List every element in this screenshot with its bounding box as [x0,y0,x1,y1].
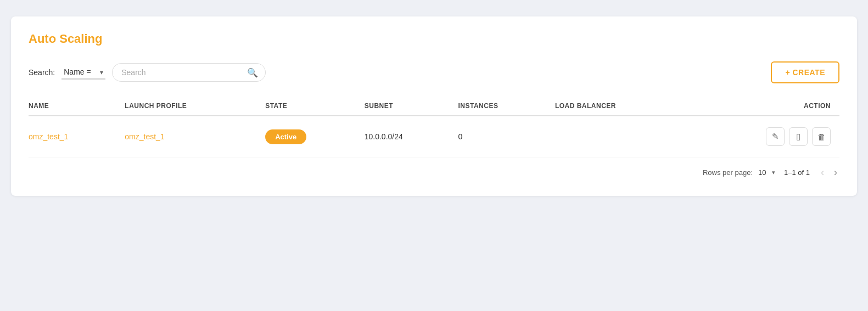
copy-button[interactable]: ▯ [789,127,808,146]
table-row: omz_test_1 omz_test_1 Active 10.0.0.0/24… [29,116,839,157]
row-name-link[interactable]: omz_test_1 [29,132,68,141]
cell-state: Active [265,116,365,157]
cell-subnet: 10.0.0.0/24 [365,116,458,157]
table-container: NAME LAUNCH PROFILE STATE SUBNET INSTANC… [29,97,839,157]
col-state: STATE [265,97,365,116]
pagination-row: Rows per page: 10 25 50 ▾ 1–1 of 1 ‹ › [29,157,839,180]
search-label: Search: [29,68,55,77]
page-title: Auto Scaling [29,32,839,46]
cell-launch-profile: omz_test_1 [125,116,265,157]
rows-per-page-label: Rows per page: [703,168,753,177]
col-instances: INSTANCES [458,97,555,116]
state-badge: Active [265,129,306,144]
action-buttons: ✎ ▯ 🗑 [693,127,831,146]
search-input-wrapper: 🔍 [112,63,266,82]
page-range: 1–1 of 1 [784,168,810,177]
cell-action: ✎ ▯ 🗑 [693,116,839,157]
cell-load-balancer [555,116,693,157]
create-button[interactable]: + CREATE [771,61,839,83]
edit-button[interactable]: ✎ [766,127,785,146]
table-body: omz_test_1 omz_test_1 Active 10.0.0.0/24… [29,116,839,157]
auto-scaling-table: NAME LAUNCH PROFILE STATE SUBNET INSTANC… [29,97,839,157]
prev-page-button[interactable]: ‹ [819,166,826,178]
cell-instances: 0 [458,116,555,157]
table-header: NAME LAUNCH PROFILE STATE SUBNET INSTANC… [29,97,839,116]
main-card: Auto Scaling Search: Name = State = ID =… [11,16,857,196]
next-page-button[interactable]: › [832,166,839,178]
row-launch-profile-link[interactable]: omz_test_1 [125,132,164,141]
toolbar: Search: Name = State = ID = ▾ 🔍 + CREATE [29,61,839,83]
col-subnet: SUBNET [365,97,458,116]
delete-button[interactable]: 🗑 [812,127,831,146]
search-input[interactable] [112,63,266,82]
col-action: ACTION [693,97,839,116]
col-name: NAME [29,97,125,116]
col-launch-profile: LAUNCH PROFILE [125,97,265,116]
cell-name: omz_test_1 [29,116,125,157]
filter-select[interactable]: Name = State = ID = [61,65,105,80]
col-load-balancer: LOAD BALANCER [555,97,693,116]
filter-select-wrapper: Name = State = ID = ▾ [61,65,105,80]
rows-per-page-wrapper: 10 25 50 ▾ [758,168,775,177]
rows-per-page-select[interactable]: 10 25 50 [758,168,775,177]
